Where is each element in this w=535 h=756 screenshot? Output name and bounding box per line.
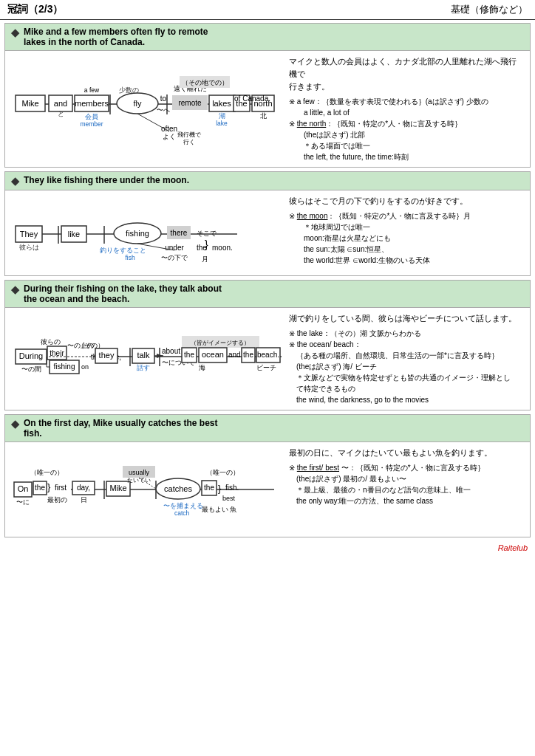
svg-text:first: first	[55, 484, 67, 492]
section-1-header: ◆ Mike and a few members often fly to re…	[5, 24, 530, 51]
page-header: 冠詞（2/3） 基礎（修飾など）	[0, 0, 535, 20]
svg-text:fish.: fish.	[225, 484, 239, 492]
section-1-body: Mike and と members a few 少数の 会員 member f…	[5, 51, 530, 167]
note-3-6: て特定できるもの	[289, 383, 524, 394]
section-4-notes: 最初の日に、マイクはたいてい最もよい魚を釣ります。 ※ the first/ b…	[286, 445, 527, 534]
svg-text:〜の間: 〜の間	[21, 365, 41, 373]
note-2-3: moon:衛星は火星などにも	[289, 233, 524, 244]
note-3-4: (theは訳さず) 海/ ビーチ	[289, 361, 524, 372]
section-1-diagram: Mike and と members a few 少数の 会員 member f…	[8, 54, 282, 164]
svg-text:talk: talk	[137, 351, 150, 360]
svg-text:under: under	[165, 244, 184, 252]
svg-text:a few: a few	[84, 86, 100, 94]
diamond-icon-4: ◆	[11, 418, 19, 430]
svg-text:their: their	[50, 349, 64, 357]
svg-text:ocean: ocean	[202, 350, 224, 359]
svg-text:members: members	[75, 99, 109, 108]
section-3-svg: During 〜の間 彼らの their 〜の上の fishing on （その…	[8, 311, 282, 399]
svg-text:to: to	[160, 94, 167, 103]
note-1-4: (theは訳さず) 北部	[289, 129, 524, 140]
svg-text:fly: fly	[134, 99, 143, 108]
svg-text:lake: lake	[216, 120, 228, 127]
svg-text:best: best	[222, 495, 236, 502]
note-1-2: a little, a lot of	[289, 107, 524, 118]
svg-text:Mike: Mike	[21, 99, 38, 108]
svg-text:They: They	[20, 230, 38, 238]
diamond-icon-3: ◆	[11, 284, 19, 295]
svg-text:the: the	[204, 484, 214, 492]
section-1-translation: マイクと数人の会員はよく、カナダ北部の人里離れた湖へ飛行機で行きます。	[289, 55, 524, 93]
svg-text:moon.: moon.	[212, 244, 233, 252]
page-subtitle: 基礎（修飾など）	[451, 3, 528, 16]
section-1-svg: Mike and と members a few 少数の 会員 member f…	[8, 54, 278, 154]
svg-text:ビーチ: ビーチ	[256, 364, 276, 371]
note-1-5: ＊ある場面では唯一	[289, 140, 524, 151]
svg-text:fish: fish	[125, 254, 135, 261]
note-1-6: the left, the future, the time:時刻	[289, 151, 524, 162]
section-4-svg: On 〜に （唯一の） the } first 最初の day, 日 Mike …	[8, 445, 278, 530]
note-3-5: ＊文脈などで実物を特定せずとも皆の共通のイメージ・理解とし	[289, 372, 524, 383]
svg-text:日: 日	[81, 496, 87, 504]
svg-text:湖: 湖	[219, 112, 225, 120]
diamond-icon-2: ◆	[11, 175, 19, 187]
svg-text:（唯一の）: （唯一の）	[30, 469, 64, 476]
svg-text:（皆がイメージする）: （皆がイメージする）	[191, 340, 250, 346]
note-2-4: the sun:太陽 ∈sun:恒星、	[289, 244, 524, 255]
svg-text:the: the	[184, 351, 194, 359]
section-1-sentence-en: Mike and a few members often fly to remo…	[24, 27, 208, 47]
svg-text:彼らの: 彼らの	[41, 338, 61, 346]
note-3-3: ｛ある種の場所、自然環境、日常生活の一部*に言及する時｝	[289, 350, 524, 361]
svg-text:最もよい: 最もよい	[202, 506, 228, 513]
svg-text:よく: よく	[163, 133, 176, 140]
section-3-notes: 湖で釣りをしている間、彼らは海やビーチについて話します。 ※ the lake：…	[286, 311, 527, 407]
svg-text:about: about	[162, 347, 180, 355]
svg-text:catches: catches	[164, 484, 192, 493]
svg-text:catch: catch	[174, 509, 190, 517]
section-4-header: ◆ On the first day, Mike usually catches…	[5, 415, 530, 442]
section-1-notes: マイクと数人の会員はよく、カナダ北部の人里離れた湖へ飛行機で行きます。 ※ a …	[286, 54, 527, 164]
section-4-translation: 最初の日に、マイクはたいてい最もよい魚を釣ります。	[289, 447, 524, 459]
note-2-1: ※ the moon：｛既知・特定の*人・物に言及する時｝月	[289, 210, 524, 221]
svg-text:the: the	[35, 484, 45, 492]
section-2-notes: 彼らはそこで月の下で釣りをするのが好きです。 ※ the moon：｛既知・特定…	[286, 193, 527, 272]
svg-text:the: the	[243, 351, 253, 359]
svg-text:On: On	[18, 484, 29, 493]
svg-text:they: they	[99, 351, 115, 360]
svg-text:〜に: 〜に	[16, 498, 30, 506]
section-3: ◆ During their fishing on the lake, they…	[4, 280, 531, 410]
section-2-sentence-en: They like fishing there under the moon.	[24, 175, 189, 185]
section-3-translation: 湖で釣りをしている間、彼らは海やビーチについて話します。	[289, 312, 524, 325]
note-4-3: ＊最上級、最後の・n番目のなど語句の意味上、唯一	[289, 484, 524, 495]
note-2-2: ＊地球周辺では唯一	[289, 221, 524, 233]
section-3-header: ◆ During their fishing on the lake, they…	[5, 281, 530, 308]
svg-text:During: During	[19, 351, 43, 360]
svg-text:海: 海	[199, 364, 205, 371]
svg-text:day,: day,	[77, 484, 90, 492]
svg-text:}: }	[47, 481, 51, 492]
section-2-header: ◆ They like fishing there under the moon…	[5, 172, 530, 190]
section-2-body: They 彼らは like fishing 釣りをすること fish there…	[5, 190, 530, 275]
diamond-icon-1: ◆	[11, 27, 19, 38]
note-4-4: the only way:唯一の方法、the same class	[289, 495, 524, 506]
section-2-diagram: They 彼らは like fishing 釣りをすること fish there…	[8, 193, 282, 272]
svg-text:fishing: fishing	[54, 362, 75, 371]
svg-text:member: member	[80, 120, 103, 128]
svg-text:there: there	[171, 229, 188, 237]
svg-text:飛行機で: 飛行機で	[177, 131, 202, 138]
section-3-diagram: During 〜の間 彼らの their 〜の上の fishing on （その…	[8, 311, 282, 407]
note-4-1: ※ the first/ best 〜：｛既知・特定の*人・物に言及する時｝	[289, 462, 524, 473]
svg-text:そこで: そこで	[197, 230, 217, 237]
note-4-2: (theは訳さず) 最初の/ 最もよい〜	[289, 473, 524, 484]
svg-text:}: }	[218, 483, 222, 494]
svg-text:remote: remote	[178, 99, 202, 107]
section-4: ◆ On the first day, Mike usually catches…	[4, 414, 531, 537]
svg-text:最初の: 最初の	[47, 496, 67, 504]
section-1: ◆ Mike and a few members often fly to re…	[4, 23, 531, 168]
svg-text:〜へ: 〜へ	[157, 106, 170, 114]
page-title: 冠詞（2/3）	[7, 3, 63, 16]
note-1-3: ※ the north：｛既知・特定の*人・物に言及する時｝	[289, 118, 524, 129]
note-1-1: ※ a few：｛数量を表す表現で使われる｝(aは訳さず) 少数の	[289, 96, 524, 107]
svg-line-38	[137, 114, 169, 131]
svg-text:（唯一の）: （唯一の）	[206, 469, 239, 476]
section-3-body: During 〜の間 彼らの their 〜の上の fishing on （その…	[5, 308, 530, 410]
